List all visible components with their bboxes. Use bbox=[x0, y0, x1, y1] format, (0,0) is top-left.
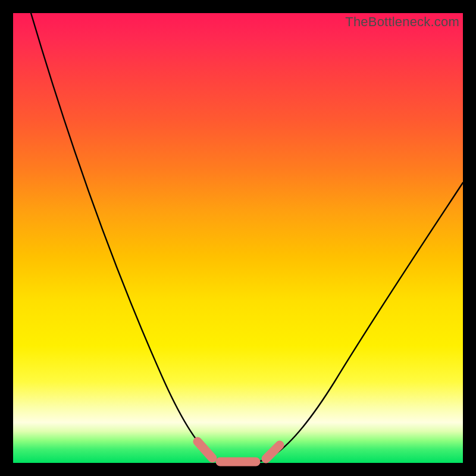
chart-frame: TheBottleneck.com bbox=[0, 0, 476, 476]
trough-marker-left bbox=[198, 441, 212, 458]
trough-marker-right bbox=[266, 445, 280, 459]
watermark-text: TheBottleneck.com bbox=[345, 14, 459, 30]
bottleneck-curve-svg bbox=[13, 13, 463, 463]
bottleneck-curve bbox=[31, 13, 463, 462]
trough-marker-group bbox=[198, 441, 280, 462]
